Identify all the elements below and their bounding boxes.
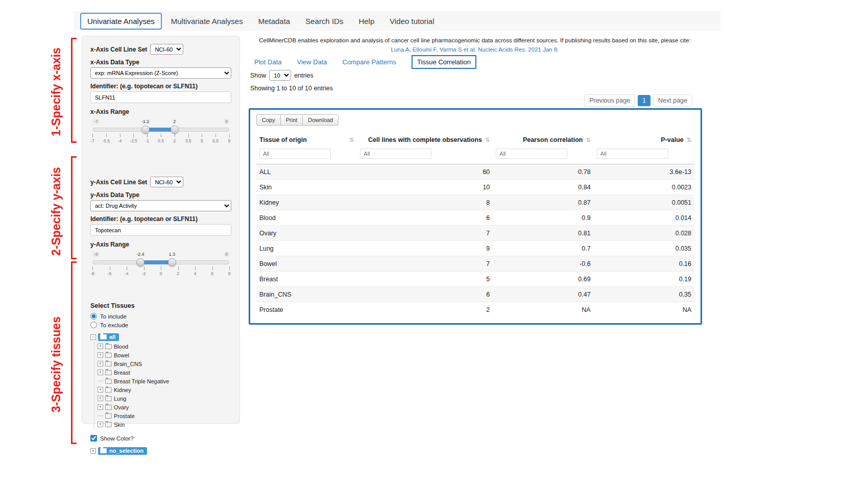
show-color-input[interactable]: [90, 435, 97, 442]
table-filter-row: [256, 148, 694, 164]
slider-min-label: -8: [92, 252, 100, 257]
x-identifier-input[interactable]: [90, 91, 231, 103]
tree-item-ovary[interactable]: Ovary: [98, 403, 231, 411]
subtab-view-data[interactable]: View Data: [297, 58, 327, 66]
column-header-tissue-of-origin[interactable]: Tissue of origin⇅: [256, 132, 357, 148]
top-nav: Univariate AnalysesMultivariate Analyses…: [74, 11, 720, 31]
subtab-tissue-correlation[interactable]: Tissue Correlation: [412, 55, 476, 69]
table-row[interactable]: Bowel7-0.60.16: [256, 256, 694, 272]
table-row[interactable]: Brain_CNS60.470.35: [256, 287, 694, 302]
filter-input-pearson-correlation[interactable]: [496, 149, 567, 159]
column-header-pearson-correlation[interactable]: Pearson correlation⇅: [493, 132, 593, 148]
tree-root-chip[interactable]: all: [98, 333, 119, 341]
tree-item-kidney[interactable]: Kidney: [98, 385, 231, 394]
expand-icon[interactable]: [98, 396, 103, 401]
expand-icon[interactable]: [98, 361, 103, 367]
y-identifier-input[interactable]: [90, 224, 231, 236]
subtab-plot-data[interactable]: Plot Data: [254, 58, 281, 66]
x-range-label: x-Axis Range: [90, 108, 231, 115]
filter-input-p-value[interactable]: [597, 149, 668, 159]
slider-handle-to[interactable]: [168, 258, 176, 266]
table-row[interactable]: Lung90.70.035: [256, 241, 694, 256]
sort-icon[interactable]: ⇅: [586, 137, 590, 143]
collapse-icon[interactable]: [90, 334, 96, 340]
current-page-button[interactable]: 1: [638, 95, 650, 106]
expand-icon[interactable]: [98, 352, 103, 358]
next-page-button[interactable]: Next page: [653, 94, 692, 107]
tree-no-selection[interactable]: no_selection: [90, 447, 231, 455]
y-data-type-select[interactable]: act: Drug Activity: [90, 200, 231, 211]
copy-button[interactable]: Copy: [256, 114, 281, 126]
y-cell-line-set-label: y-Axis Cell Line Set: [90, 179, 147, 186]
table-row[interactable]: ALL600.783.6e-13: [256, 164, 694, 180]
print-button[interactable]: Print: [280, 114, 303, 126]
slider-track[interactable]: [92, 128, 229, 132]
tree-item-breast[interactable]: Breast: [98, 368, 231, 377]
table-row[interactable]: Skin100.840.0023: [256, 180, 694, 195]
table-row[interactable]: Ovary70.810.028: [256, 226, 694, 241]
column-header-p-value[interactable]: P-value⇅: [594, 132, 694, 148]
table-row[interactable]: Blood60.90.014: [256, 210, 694, 226]
tree-item-skin[interactable]: Skin: [98, 420, 231, 429]
sort-icon[interactable]: ⇅: [687, 137, 691, 143]
tree-item-brain-cns[interactable]: Brain_CNS: [98, 359, 231, 368]
previous-page-button[interactable]: Previous page: [584, 94, 635, 107]
sort-icon[interactable]: ⇅: [349, 137, 354, 143]
tree-root-all[interactable]: all: [90, 333, 231, 341]
slider-handle-from[interactable]: [136, 258, 144, 266]
filter-cell: [256, 148, 357, 164]
cell-pearson-correlation: 0.69: [493, 272, 593, 287]
entries-select[interactable]: 10: [269, 70, 291, 81]
slider-max-label: 8: [224, 252, 229, 257]
radio-input-to-include[interactable]: [90, 313, 97, 320]
expand-icon[interactable]: [98, 387, 103, 393]
nav-tab-metadata[interactable]: Metadata: [252, 14, 297, 29]
no-selection-chip[interactable]: no_selection: [98, 447, 147, 455]
filter-input-tissue-of-origin[interactable]: [259, 149, 331, 159]
entries-label: entries: [294, 72, 314, 79]
expand-icon[interactable]: [90, 448, 96, 454]
expand-icon[interactable]: [98, 422, 103, 427]
x-cell-line-set-select[interactable]: NCI-60: [150, 44, 183, 55]
cell-tissue-of-origin: ALL: [256, 164, 357, 180]
table-row[interactable]: Kidney80.870.0051: [256, 195, 694, 210]
slider-track[interactable]: [92, 260, 229, 264]
cell-tissue-of-origin: Blood: [256, 210, 357, 226]
x-axis-range-slider[interactable]: -7 8 -1.2 2 -7-5.5-4-2.5-10.523.556.58: [92, 127, 229, 156]
nav-tab-univariate-analyses[interactable]: Univariate Analyses: [80, 13, 162, 30]
citation-link[interactable]: Luna A, Elloumi F, Varma S et al. Nuclei…: [249, 46, 701, 53]
expand-icon[interactable]: [98, 344, 103, 349]
expand-icon[interactable]: [98, 404, 103, 410]
table-row[interactable]: Breast50.690.19: [256, 272, 694, 287]
x-data-type-label: x-Axis Data Type: [90, 59, 231, 66]
subtab-compare-patterns[interactable]: Compare Patterns: [343, 58, 397, 66]
tree-item-prostate[interactable]: Prostate: [98, 411, 231, 420]
show-color-checkbox[interactable]: Show Color?: [90, 435, 231, 442]
tree-item-breast-triple-negative[interactable]: Breast Triple Negative: [98, 377, 231, 385]
radio-input-to-exclude[interactable]: [90, 322, 97, 328]
filter-input-cell-lines-with-complete-observations[interactable]: [360, 149, 431, 159]
radio-to-exclude[interactable]: To exclude: [90, 322, 231, 328]
tree-item-lung[interactable]: Lung: [98, 394, 231, 403]
slider-handle-to[interactable]: [171, 126, 179, 134]
column-header-cell-lines-with-complete-observations[interactable]: Cell lines with complete observations⇅: [357, 132, 493, 148]
table-row[interactable]: Prostate2NANA: [256, 302, 694, 318]
x-data-type-select[interactable]: exp: mRNA Expression (Z-Score): [90, 67, 231, 79]
tree-item-label: Prostate: [114, 413, 135, 419]
y-range-label: y-Axis Range: [90, 241, 231, 248]
nav-tab-video-tutorial[interactable]: Video tutorial: [383, 14, 440, 29]
slider-handle-from[interactable]: [141, 126, 150, 134]
nav-tab-search-ids[interactable]: Search IDs: [299, 14, 349, 29]
y-axis-range-slider[interactable]: -8 8 -2.4 1.3 -8-6-4-202468: [92, 259, 229, 289]
tree-item-bowel[interactable]: Bowel: [98, 351, 231, 359]
table-button-group: CopyPrintDownload: [256, 114, 694, 126]
tree-item-blood[interactable]: Blood: [98, 342, 231, 351]
cell-p-value: 0.19: [594, 272, 694, 287]
radio-to-include[interactable]: To include: [90, 313, 231, 320]
sort-icon[interactable]: ⇅: [485, 137, 490, 143]
nav-tab-multivariate-analyses[interactable]: Multivariate Analyses: [165, 14, 249, 29]
y-cell-line-set-select[interactable]: NCI-60: [150, 177, 183, 187]
download-button[interactable]: Download: [302, 114, 339, 126]
expand-icon[interactable]: [98, 370, 103, 375]
nav-tab-help[interactable]: Help: [352, 14, 380, 29]
